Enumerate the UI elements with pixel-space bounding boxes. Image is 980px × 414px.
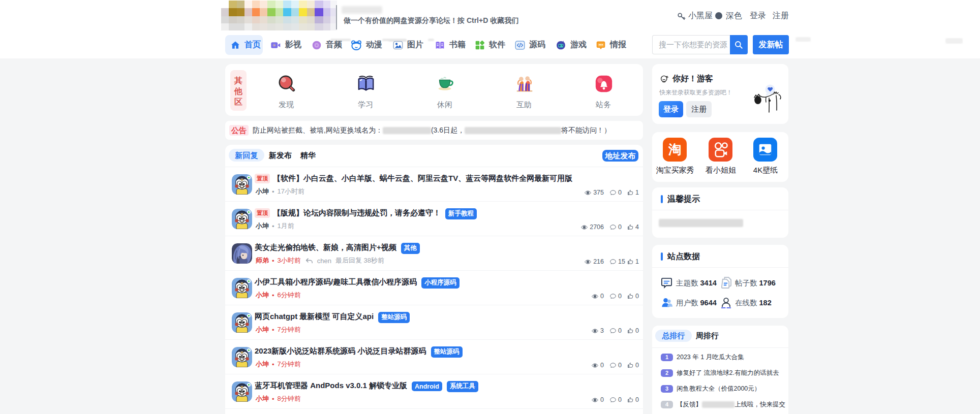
svg-text:淘: 淘 <box>668 142 681 156</box>
